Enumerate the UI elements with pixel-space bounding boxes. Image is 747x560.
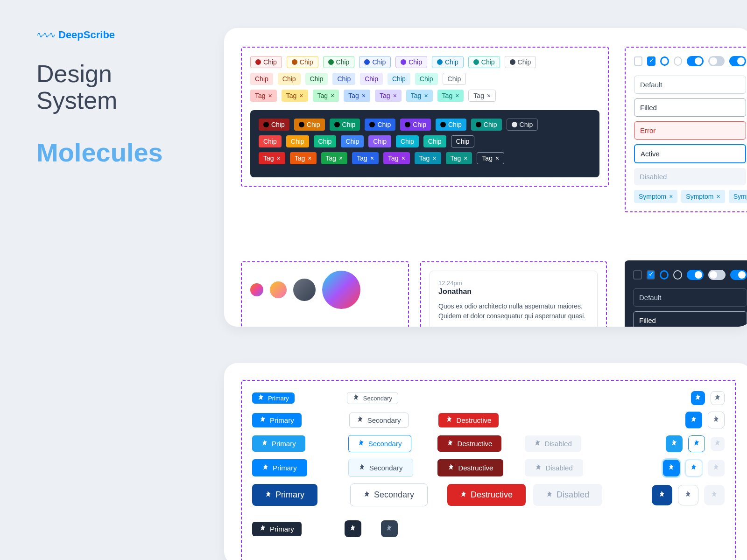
toggle-on-2[interactable]: [729, 56, 746, 66]
tag-dark-amber[interactable]: Tag×: [290, 152, 317, 164]
chip-purple[interactable]: Chip: [395, 56, 427, 68]
toggle-on[interactable]: [687, 56, 704, 66]
chip-gray[interactable]: Chip: [505, 56, 536, 68]
input-filled-dark[interactable]: Filled: [633, 311, 747, 327]
toggle-on-2[interactable]: [730, 270, 747, 280]
secondary-button-active[interactable]: Secondary: [348, 459, 414, 477]
secondary-button-xs[interactable]: Secondary: [347, 392, 398, 404]
icon-button-secondary-xs[interactable]: [711, 391, 725, 405]
close-icon[interactable]: ×: [424, 92, 428, 99]
close-icon[interactable]: ×: [370, 154, 374, 162]
secondary-button-hover[interactable]: Secondary: [348, 435, 412, 452]
input-error[interactable]: Error: [634, 121, 746, 140]
checkbox-checked[interactable]: [647, 270, 655, 280]
tag-amber[interactable]: Tag×: [282, 90, 308, 102]
primary-button-active[interactable]: Primary: [252, 459, 307, 476]
toggle-off[interactable]: [708, 56, 725, 66]
chip-dark-plain-teal[interactable]: Chip: [423, 135, 446, 147]
checkbox-unchecked[interactable]: [633, 270, 642, 280]
chip-amber[interactable]: Chip: [287, 56, 318, 68]
chip-dark-plain-purple[interactable]: Chip: [368, 135, 391, 147]
destructive-button-sm[interactable]: Destructive: [438, 413, 499, 427]
chip-dark-sky[interactable]: Chip: [436, 119, 466, 131]
close-icon[interactable]: ×: [362, 92, 366, 99]
symptom-tag[interactable]: Symptom×: [634, 190, 677, 203]
close-icon[interactable]: ×: [308, 154, 311, 162]
tag-dark-gray[interactable]: Tag×: [477, 152, 504, 164]
input-filled[interactable]: Filled: [634, 98, 746, 117]
destructive-button-active[interactable]: Destructive: [437, 459, 503, 476]
chip-plain-sky[interactable]: Chip: [388, 73, 410, 85]
chip-dark-green[interactable]: Chip: [330, 119, 360, 131]
close-icon[interactable]: ×: [716, 193, 720, 200]
chip-plain-purple[interactable]: Chip: [360, 73, 383, 85]
primary-button-hover[interactable]: Primary: [252, 435, 305, 452]
chip-dark-red[interactable]: Chip: [259, 119, 289, 131]
chip-plain-gray[interactable]: Chip: [443, 73, 466, 85]
close-icon[interactable]: ×: [402, 154, 405, 162]
radio-selected[interactable]: [660, 56, 669, 66]
toggle-off[interactable]: [708, 270, 725, 280]
icon-button-secondary-xl[interactable]: [678, 485, 698, 505]
chip-dark-gray[interactable]: Chip: [507, 119, 538, 131]
close-icon[interactable]: ×: [464, 154, 467, 162]
tag-blue[interactable]: Tag×: [344, 90, 370, 102]
icon-button-secondary-sm[interactable]: [708, 412, 725, 428]
tag-dark-green[interactable]: Tag×: [321, 152, 348, 164]
primary-button-xl[interactable]: Primary: [252, 484, 317, 506]
primary-button-dark[interactable]: Primary: [252, 522, 302, 536]
close-icon[interactable]: ×: [455, 92, 459, 99]
chip-teal[interactable]: Chip: [468, 56, 500, 68]
icon-button-primary-sm[interactable]: [685, 412, 702, 428]
chip-dark-teal[interactable]: Chip: [471, 119, 502, 131]
close-icon[interactable]: ×: [331, 92, 334, 99]
radio-selected[interactable]: [660, 270, 669, 280]
toggle-on[interactable]: [687, 270, 704, 280]
close-icon[interactable]: ×: [495, 154, 499, 162]
input-default-dark[interactable]: Default: [633, 288, 747, 307]
icon-button-secondary-hover[interactable]: [688, 435, 705, 452]
chip-plain-teal[interactable]: Chip: [415, 73, 438, 85]
chip-dark-plain-amber[interactable]: Chip: [286, 135, 309, 147]
tag-sky[interactable]: Tag×: [406, 90, 433, 102]
checkbox-unchecked[interactable]: [634, 56, 642, 66]
tag-teal[interactable]: Tag×: [437, 90, 464, 102]
icon-button-dark[interactable]: [345, 520, 361, 537]
checkbox-checked[interactable]: [647, 56, 655, 66]
tag-dark-teal[interactable]: Tag×: [446, 152, 472, 164]
tag-dark-blue[interactable]: Tag×: [352, 152, 379, 164]
symptom-tag[interactable]: Symptom: [729, 190, 747, 203]
close-icon[interactable]: ×: [432, 154, 436, 162]
tag-dark-sky[interactable]: Tag×: [415, 152, 441, 164]
tag-dark-red[interactable]: Tag×: [259, 152, 285, 164]
radio-unselected[interactable]: [673, 270, 682, 280]
icon-button-primary-xs[interactable]: [691, 391, 705, 405]
tag-dark-purple[interactable]: Tag×: [383, 152, 410, 164]
close-icon[interactable]: ×: [299, 92, 303, 99]
tag-gray[interactable]: Tag×: [468, 90, 496, 102]
icon-button-primary-hover[interactable]: [666, 435, 683, 452]
icon-button-primary-focus[interactable]: [663, 460, 680, 476]
chip-plain-green[interactable]: Chip: [305, 73, 328, 85]
chip-green[interactable]: Chip: [323, 56, 355, 68]
secondary-button-xl[interactable]: Secondary: [350, 483, 428, 506]
chip-sky[interactable]: Chip: [432, 56, 464, 68]
primary-button-sm[interactable]: Primary: [252, 413, 302, 427]
chip-dark-plain-blue[interactable]: Chip: [341, 135, 364, 147]
chip-dark-purple[interactable]: Chip: [400, 119, 431, 131]
icon-button-secondary-focus[interactable]: [685, 460, 702, 476]
close-icon[interactable]: ×: [669, 193, 673, 200]
chip-plain-red[interactable]: Chip: [250, 73, 273, 85]
primary-button-xs[interactable]: Primary: [252, 392, 295, 404]
icon-button-dark-secondary[interactable]: [381, 520, 398, 537]
chip-dark-amber[interactable]: Chip: [294, 119, 325, 131]
chip-red[interactable]: Chip: [250, 56, 282, 68]
chip-blue[interactable]: Chip: [359, 56, 391, 68]
chip-dark-plain-sky[interactable]: Chip: [396, 135, 419, 147]
close-icon[interactable]: ×: [268, 92, 272, 99]
radio-unselected[interactable]: [674, 56, 682, 66]
tag-red[interactable]: Tag×: [250, 90, 277, 102]
chip-dark-plain-gray[interactable]: Chip: [451, 135, 475, 147]
chip-plain-blue[interactable]: Chip: [332, 73, 355, 85]
symptom-tag[interactable]: Symptom×: [681, 190, 725, 203]
